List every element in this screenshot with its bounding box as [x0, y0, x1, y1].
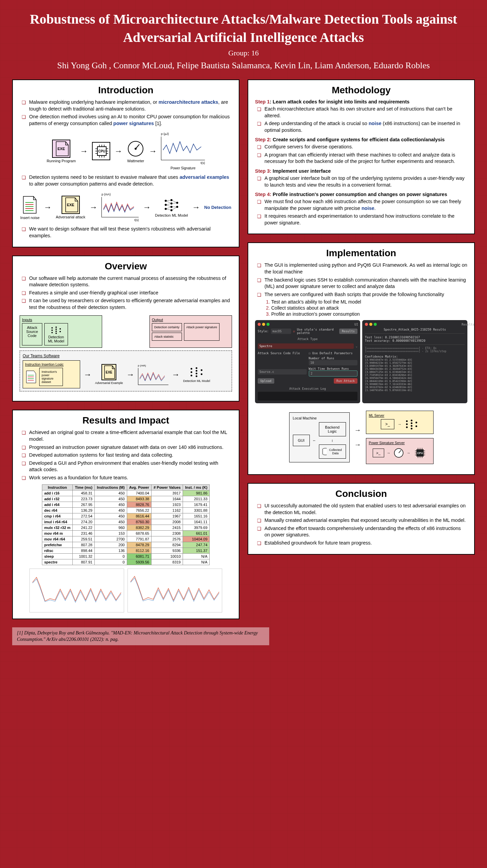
database-icon [322, 448, 327, 456]
poster-title: Robustness of Microarchitecture Attacks/… [14, 10, 473, 47]
conclusion-bullet-2: Manually created adversarial examples th… [257, 517, 467, 524]
svg-line-37 [171, 200, 177, 203]
power-trace-chart-2 [127, 569, 222, 612]
impl-bullet-1: The GUI is implemented using python and … [257, 262, 467, 275]
svg-point-42 [51, 330, 53, 331]
svg-point-43 [51, 332, 53, 333]
power-chart [138, 368, 168, 385]
neural-net-icon [189, 366, 204, 378]
group-number: Group: 16 [14, 49, 473, 57]
svg-point-44 [55, 327, 57, 328]
neural-net-icon [405, 419, 418, 430]
svg-line-32 [166, 201, 171, 203]
svg-text:CPU: CPU [417, 452, 423, 455]
impl-bullet-2: The backend logic uses SSH to establish … [257, 277, 467, 290]
method-s4-b2: It requires research and experimentation… [257, 213, 467, 226]
overview-diagram: Inputs Attack Source Code Detection ML M… [20, 312, 232, 395]
panel-introduction: Introduction Malware exploiting underlyi… [12, 79, 239, 247]
citation-footer: [1] Dipta, Debopriya Roy and Berk Gülmez… [12, 627, 269, 645]
svg-text:CPU: CPU [98, 149, 106, 153]
intro-bullet-2: One detection method involves using an A… [22, 114, 232, 127]
arrow-icon: → [80, 146, 88, 156]
cpu-icon: CPU [413, 446, 427, 460]
arrow-icon: → [143, 202, 151, 212]
architecture-diagram: Local Machine GUI ↔ Backend Logic ↕ Coll… [255, 407, 467, 468]
arrow-icon: → [44, 202, 52, 212]
gui-window-ui: UI Style:macOS☑Use style's standard pale… [255, 320, 360, 403]
svg-point-47 [55, 333, 57, 334]
svg-point-66 [406, 427, 408, 428]
intro-bullet-4: We want to design software that will tes… [22, 226, 232, 239]
results-bullet-1: Achieved an original goal to create a ti… [22, 429, 232, 442]
neural-net-icon [163, 197, 180, 212]
intro-bullet-1: Malware exploiting underlying hardware i… [22, 99, 232, 112]
arrow-icon: → [192, 202, 200, 212]
authors: Shi Yong Goh , Connor McLoud, Felipe Bau… [14, 59, 473, 71]
results-table: InstructionTime (ms)Instructions (M)Avg.… [42, 484, 210, 565]
svg-point-41 [51, 327, 53, 329]
overview-bullet-1: Our software will help automate the curr… [22, 275, 232, 288]
impl-ol-3: Profile an instruction's power consumpti… [271, 311, 360, 317]
impl-ol-1: Test an attack's ability to fool the ML … [271, 299, 361, 305]
method-s4-b1: We must find out how each x86 instructio… [257, 198, 467, 212]
conclusion-bullet-3: Advanced the effort towards comprehensiv… [257, 525, 467, 538]
arrow-icon: → [149, 146, 157, 156]
method-s1-b1: Each microarchitecture attack has its ow… [257, 106, 467, 119]
gui-window-results: Results Spectre_Attack_0425-210259 Resul… [362, 320, 467, 403]
panel-implementation: Implementation The GUI is implemented us… [248, 242, 475, 475]
impl-heading: Implementation [255, 248, 467, 259]
svg-point-69 [411, 425, 413, 427]
svg-point-55 [191, 371, 192, 373]
svg-point-67 [411, 420, 413, 421]
svg-point-16 [135, 148, 137, 150]
methodology-heading: Methodology [255, 85, 467, 96]
intro-heading: Introduction [20, 85, 232, 96]
svg-line-34 [166, 205, 171, 207]
panel-conclusion: Conclusion UI successfully automated the… [248, 483, 475, 554]
intro-diagram-1: EXE Running Program → CPU → Wattmeter → [20, 128, 232, 174]
svg-point-62 [201, 373, 203, 375]
conclusion-bullet-1: UI successfully automated the old system… [257, 503, 467, 516]
svg-point-64 [406, 420, 408, 422]
poster-header: Robustness of Microarchitecture Attacks/… [0, 0, 487, 79]
document-icon [21, 195, 38, 215]
svg-point-59 [196, 373, 198, 375]
svg-point-61 [201, 369, 203, 371]
svg-point-58 [196, 370, 198, 372]
svg-line-35 [166, 207, 171, 209]
panel-results: Results and Impact Achieved an original … [12, 410, 239, 619]
method-s2-b2: A program that can efficiently interact … [257, 152, 467, 165]
power-trace-chart-1 [29, 569, 124, 612]
panel-overview: Overview Our software will help automate… [12, 256, 239, 402]
svg-point-49 [60, 331, 61, 332]
no-detection-label: No Detection [204, 205, 231, 210]
gauge-icon [126, 140, 145, 158]
intro-diagram-2: Insert noise → EXE Adversarial attack → … [20, 189, 232, 226]
arrow-icon: → [89, 202, 97, 212]
adversarial-chart [101, 197, 139, 217]
gui-screenshots: UI Style:macOS☑Use style's standard pale… [255, 320, 467, 403]
panel-methodology: Methodology Step 1: Learn attack codes f… [248, 79, 475, 234]
overview-heading: Overview [20, 261, 232, 272]
svg-point-68 [411, 423, 413, 424]
impl-bullet-3: The servers are configured with Bash scr… [257, 291, 467, 298]
svg-point-65 [406, 424, 408, 425]
neural-net-icon [50, 326, 62, 334]
results-heading: Results and Impact [20, 415, 232, 426]
conclusion-heading: Conclusion [255, 488, 467, 499]
conclusion-bullet-4: Established groundwork for future team p… [257, 540, 467, 547]
gauge-icon [393, 448, 404, 458]
svg-point-46 [55, 331, 57, 332]
svg-point-48 [60, 328, 61, 330]
results-bullet-5: Work serves as a foundation for future t… [22, 475, 232, 481]
method-s2-b1: Configure servers for diverse operations… [257, 144, 467, 150]
method-s1-b2: A deep understanding of the attack is cr… [257, 120, 467, 134]
document-icon [25, 370, 37, 384]
cpu-icon: CPU [93, 142, 110, 160]
results-bullet-3: Developed automation systems for fast te… [22, 452, 232, 459]
svg-point-72 [416, 426, 417, 427]
impl-ol-2: Collect statistics about an attack [271, 305, 339, 311]
method-s3-b1: A graphical user interface built on top … [257, 175, 467, 188]
svg-line-33 [166, 203, 171, 205]
svg-point-70 [411, 428, 413, 430]
